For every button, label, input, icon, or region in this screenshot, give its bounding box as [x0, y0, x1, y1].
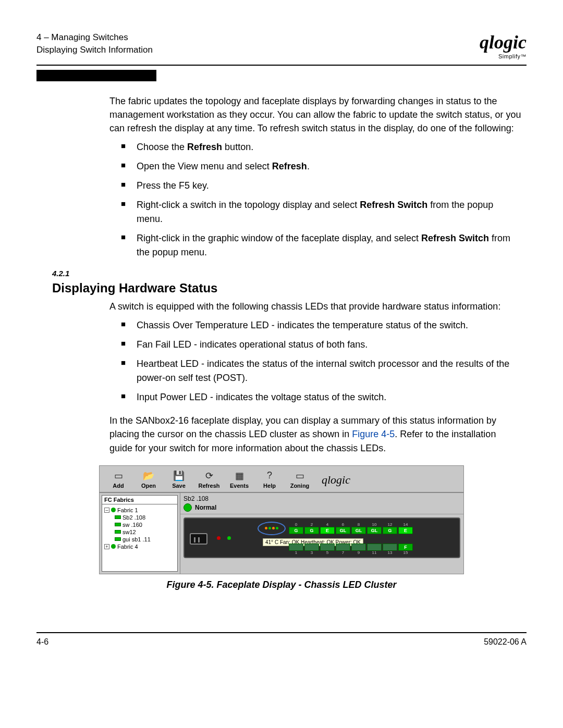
tree-fabric-1[interactable]: –Fabric 1	[103, 507, 176, 514]
help-button[interactable]: ?Help	[257, 470, 282, 489]
add-icon: ▭	[112, 470, 125, 482]
doc-number: 59022-06 A	[484, 637, 527, 647]
figure-link[interactable]: Figure 4-5	[352, 429, 395, 439]
expand-icon[interactable]: +	[104, 544, 109, 549]
header-left: 4 – Managing Switches Displaying Switch …	[36, 31, 153, 56]
port-number: 4	[326, 523, 328, 527]
chassis-led-cluster[interactable]	[258, 522, 286, 535]
port-0[interactable]: 0G	[289, 523, 303, 534]
tree-node-sb2[interactable]: Sb2 .108	[103, 514, 176, 521]
list-item: Input Power LED - indicates the voltage …	[121, 390, 521, 404]
port-11[interactable]: 11	[367, 544, 382, 555]
events-button[interactable]: ▦Events	[227, 470, 252, 489]
port-number: 5	[326, 551, 328, 555]
led-list: Chassis Over Temperature LED - indicates…	[109, 318, 521, 404]
port-15[interactable]: F15	[398, 544, 413, 555]
port-number: 6	[342, 523, 344, 527]
list-item: Heartbeat LED - indicates the status of …	[121, 357, 521, 385]
port-number: 11	[372, 551, 377, 555]
tree-node-sw160[interactable]: sw .160	[103, 521, 176, 528]
page-header: 4 – Managing Switches Displaying Switch …	[36, 31, 527, 59]
events-icon: ▦	[232, 470, 246, 482]
list-item: Press the F5 key.	[121, 179, 521, 193]
open-icon: 📂	[142, 470, 155, 482]
port-14[interactable]: 14E	[398, 523, 413, 534]
zoning-button[interactable]: ▭Zoning	[287, 470, 312, 489]
ports-row-top: 0G2G4E6GL8GL10GL12G14E	[289, 523, 413, 534]
port-6[interactable]: 6GL	[336, 523, 350, 534]
status-text: Normal	[195, 504, 216, 511]
port-number: 9	[358, 551, 360, 555]
port-cell[interactable]: GL	[336, 527, 350, 534]
port-cell[interactable]: E	[398, 527, 413, 534]
fabric-tree-panel: FC Fabrics –Fabric 1 Sb2 .108 sw .160 sw…	[100, 493, 180, 574]
port-number: 12	[388, 523, 393, 527]
port-cell[interactable]	[320, 544, 335, 551]
port-12[interactable]: 12G	[383, 523, 397, 534]
help-icon: ?	[263, 470, 276, 482]
faceplate-panel: Sb2 .108 Normal 0G2G4E6GL8GL10GL12G14E 4…	[180, 493, 463, 574]
port-9[interactable]: 9	[351, 544, 366, 555]
port-8[interactable]: 8GL	[351, 523, 366, 534]
refresh-button[interactable]: ⟳Refresh	[197, 470, 222, 489]
port-cell[interactable]: GL	[367, 527, 382, 534]
port-4[interactable]: 4E	[320, 523, 335, 534]
port-10[interactable]: 10GL	[367, 523, 382, 534]
port-cell[interactable]: G	[383, 527, 397, 534]
section-number: 4.2.1	[52, 269, 527, 278]
ports-row-bottom: 135791113F15	[289, 544, 413, 555]
port-number: 2	[311, 523, 313, 527]
port-1[interactable]: 1	[289, 544, 303, 555]
figure-faceplate: ▭Add 📂Open 💾Save ⟳Refresh ▦Events ?Help …	[99, 465, 464, 574]
port-number: 13	[388, 551, 393, 555]
tree-node-guisb1[interactable]: gui sb1 .11	[103, 536, 176, 543]
save-button[interactable]: 💾Save	[166, 470, 191, 489]
switch-icon	[115, 530, 121, 534]
port-cell[interactable]: G	[304, 527, 319, 534]
switch-status-row: Normal	[183, 503, 460, 512]
port-7[interactable]: 7	[336, 544, 350, 555]
intro-paragraph: The fabric updates the topology and face…	[109, 94, 521, 135]
list-item: Open the View menu and select Refresh.	[121, 159, 521, 174]
port-cell[interactable]	[351, 544, 366, 551]
port-number: 0	[295, 523, 297, 527]
port-number: 3	[311, 551, 313, 555]
port-cell[interactable]	[367, 544, 382, 551]
fabric-icon	[111, 544, 116, 549]
port-cell[interactable]	[304, 544, 319, 551]
list-item: Fan Fail LED - indicates operational sta…	[121, 338, 521, 352]
port-number: 7	[342, 551, 344, 555]
port-cell[interactable]	[336, 544, 350, 551]
chassis-led-red	[217, 536, 221, 540]
tree-fabric-4[interactable]: +Fabric 4	[103, 543, 176, 550]
power-plug-icon	[190, 533, 207, 545]
faceplate-header: Sb2 .108 Normal	[180, 493, 463, 514]
port-5[interactable]: 5	[320, 544, 335, 555]
tree-header: FC Fabrics	[102, 495, 178, 504]
port-13[interactable]: 13	[383, 544, 397, 555]
header-rule	[36, 65, 527, 66]
port-cell[interactable]: F	[398, 544, 413, 551]
list-item: Right-click in the graphic window of the…	[121, 231, 521, 260]
port-2[interactable]: 2G	[304, 523, 319, 534]
open-button[interactable]: 📂Open	[136, 470, 161, 489]
port-cell[interactable]	[383, 544, 397, 551]
led-intro-paragraph: A switch is equipped with the following …	[109, 300, 521, 313]
port-number: 1	[295, 551, 297, 555]
port-3[interactable]: 3	[304, 544, 319, 555]
collapse-icon[interactable]: –	[104, 508, 109, 513]
add-button[interactable]: ▭Add	[106, 470, 131, 489]
port-cell[interactable]	[289, 544, 303, 551]
figure-caption: Figure 4-5. Faceplate Display - Chassis …	[36, 579, 527, 590]
logo-subtext: Simplify™	[480, 53, 527, 59]
list-item: Choose the Refresh button.	[121, 140, 521, 154]
port-number: 8	[358, 523, 360, 527]
port-cell[interactable]: G	[289, 527, 303, 534]
fabric-icon	[111, 508, 116, 512]
tree-node-sw12[interactable]: sw12	[103, 528, 176, 536]
port-cell[interactable]: GL	[351, 527, 366, 534]
status-led-icon	[183, 503, 192, 512]
figure-ref-paragraph: In the SANbox2-16 faceplate display, you…	[109, 414, 521, 454]
port-number: 10	[372, 523, 377, 527]
port-cell[interactable]: E	[320, 527, 335, 534]
